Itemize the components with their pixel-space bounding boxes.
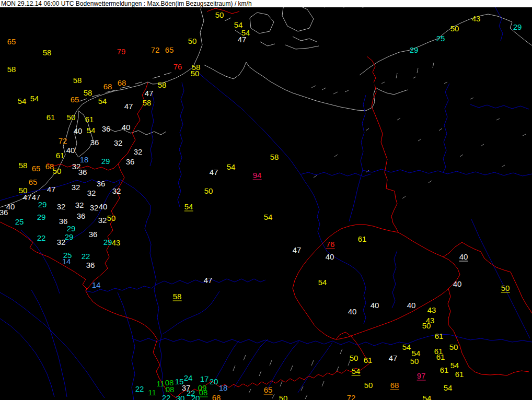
station-value: 68 (118, 79, 126, 87)
station-value: 61 (435, 332, 444, 340)
station-value: 29 (67, 225, 76, 232)
station-value: 14 (92, 281, 101, 289)
station-value: 58 (19, 161, 28, 169)
station-value: 54 (234, 21, 243, 29)
station-value: 47 (210, 168, 218, 176)
title-bar: MON 29.12.14 06:00 UTC Bodenwettermeldun… (0, 0, 532, 7)
station-value: 40 (99, 203, 108, 210)
station-value: 65 (264, 386, 273, 395)
station-value: 32 (98, 216, 107, 224)
station-value: 32 (72, 183, 80, 191)
station-value: 43 (112, 239, 121, 246)
station-value: 50 (188, 37, 197, 45)
weather-map-app: 6558797265585054544750765850435029252958… (0, 0, 532, 400)
station-value: 47 (47, 185, 56, 193)
station-value: 54 (87, 126, 96, 134)
station-value: 22 (162, 394, 171, 400)
station-value: 54 (402, 343, 411, 351)
station-value: 29 (101, 157, 110, 165)
station-value: 40 (66, 146, 75, 154)
station-value: 47 (204, 276, 213, 284)
station-value: 50 (501, 284, 510, 293)
station-value: 30 (176, 394, 185, 400)
station-value: 40 (326, 253, 334, 261)
station-value: 54 (30, 95, 39, 102)
station-value: 54 (98, 97, 107, 105)
station-value: 47 (23, 193, 32, 201)
station-value: 65 (7, 38, 16, 45)
station-value: 40 (407, 301, 416, 309)
station-value: 40 (371, 301, 379, 309)
station-value: 36 (86, 261, 95, 269)
station-value: 29 (103, 238, 112, 246)
station-value: 54 (444, 384, 453, 392)
station-value: 47 (238, 36, 247, 43)
station-value: 68 (212, 394, 221, 400)
station-value: 54 (450, 361, 459, 369)
station-value: 36 (90, 138, 99, 146)
station-value: 54 (227, 163, 236, 171)
station-value: 40 (459, 253, 468, 262)
station-value: 65 (165, 46, 174, 54)
station-value: 50 (107, 214, 116, 222)
station-value: 58 (73, 76, 82, 84)
station-value: 50 (204, 187, 213, 195)
station-value: 72 (59, 137, 67, 145)
station-value: 72 (151, 46, 160, 54)
station-value: 22 (37, 234, 46, 242)
station-value: 61 (364, 356, 373, 364)
station-value: 50 (422, 322, 431, 330)
station-value: 47 (124, 102, 133, 110)
station-value: 24 (184, 374, 193, 382)
station-value: 32 (112, 187, 121, 195)
station-value: 32 (75, 201, 84, 209)
station-value: 32 (114, 139, 123, 147)
station-value: 50 (410, 357, 419, 365)
station-value: 58 (43, 49, 52, 56)
station-value: 20 (191, 394, 200, 400)
station-value: 61 (436, 353, 445, 361)
station-value: 36 (89, 230, 98, 238)
station-value: 97 (417, 372, 426, 381)
station-value: 61 (455, 370, 464, 378)
station-value: 29 (38, 201, 47, 208)
station-value: 43 (472, 15, 481, 22)
station-value: 40 (74, 127, 83, 135)
station-value: 76 (326, 240, 335, 249)
station-value: 11 (156, 380, 165, 387)
station-value: 54 (352, 367, 361, 376)
station-value: 72 (347, 394, 356, 400)
station-value: 61 (56, 151, 65, 159)
station-value: 79 (117, 48, 126, 55)
station-value: 54 (18, 97, 27, 105)
station-value: 47 (145, 89, 154, 97)
station-value: 29 (410, 46, 419, 54)
station-value: 58 (158, 81, 167, 89)
station-value: 65 (32, 164, 41, 172)
station-value: 32 (57, 238, 66, 246)
station-value: 08 (166, 385, 175, 393)
station-value: 61 (47, 113, 55, 121)
station-value: 58 (173, 292, 182, 301)
station-value: 14 (62, 257, 71, 265)
station-value: 32 (87, 189, 96, 197)
station-value: 58 (270, 153, 279, 161)
station-value: 08 (199, 389, 208, 397)
station-value: 94 (253, 171, 262, 180)
station-value: 25 (436, 34, 445, 42)
station-value: 32 (134, 148, 143, 156)
station-value: 36 (78, 168, 87, 176)
station-value: 36 (0, 208, 8, 216)
station-value: 36 (77, 212, 86, 220)
station-value: 36 (126, 158, 135, 166)
station-value: 40 (453, 280, 462, 288)
station-value: 54 (264, 213, 273, 221)
station-value: 50 (350, 354, 358, 362)
station-value: 25 (15, 218, 24, 226)
station-value: 29 (65, 233, 74, 241)
station-value: 50 (67, 113, 76, 121)
station-value: 68 (390, 381, 399, 390)
station-value: 65 (71, 96, 79, 103)
station-value: 29 (513, 23, 522, 31)
station-value: 36 (102, 125, 111, 133)
